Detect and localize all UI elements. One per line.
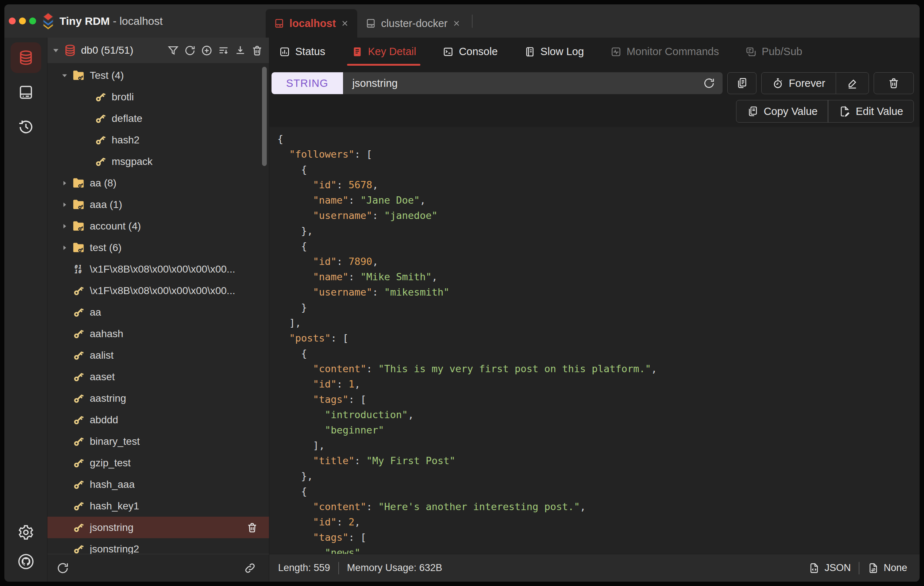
filter-icon[interactable] bbox=[167, 45, 179, 56]
caret-spacer bbox=[61, 330, 71, 338]
caret-right-icon[interactable] bbox=[61, 243, 71, 252]
tree-item-label: hash_aaa bbox=[90, 479, 135, 490]
delete-key-row-icon[interactable] bbox=[246, 522, 258, 533]
tree-key-item[interactable]: jsonstring bbox=[48, 517, 269, 538]
tree-key-item[interactable]: deflate bbox=[48, 107, 269, 129]
tree-key-item[interactable]: hash_key1 bbox=[48, 495, 269, 517]
close-tab-icon[interactable] bbox=[340, 19, 349, 28]
folder-key-icon bbox=[71, 219, 86, 233]
github-button[interactable] bbox=[15, 551, 36, 572]
app-window: Tiny RDM - localhost localhostcluster-do… bbox=[4, 4, 920, 582]
tree-folder-item[interactable]: Test (4) bbox=[48, 64, 269, 86]
tree-key-item[interactable]: 0110\x1F\x8B\x08\x00\x00\x00\x00... bbox=[48, 258, 269, 280]
edit-value-button[interactable]: Edit Value bbox=[828, 100, 913, 122]
caret-right-icon[interactable] bbox=[61, 200, 71, 209]
refresh-tree-icon[interactable] bbox=[56, 561, 69, 575]
caret-spacer bbox=[61, 545, 71, 553]
database-icon bbox=[63, 44, 77, 57]
tab-console[interactable]: Console bbox=[441, 38, 499, 66]
tree-folder-item[interactable]: aa (8) bbox=[48, 172, 269, 194]
reload-key-icon[interactable] bbox=[703, 77, 715, 89]
tree-key-item[interactable]: gzip_test bbox=[48, 452, 269, 474]
caret-right-icon[interactable] bbox=[61, 179, 71, 188]
json-line: "beginner" bbox=[277, 423, 920, 438]
load-all-icon[interactable] bbox=[234, 45, 246, 56]
key-name-field[interactable]: STRING jsonstring bbox=[272, 72, 723, 94]
caret-right-icon[interactable] bbox=[61, 222, 71, 231]
load-more-icon[interactable] bbox=[218, 45, 229, 56]
tree-key-item[interactable]: hash_aaa bbox=[48, 474, 269, 495]
flush-db-trash-icon[interactable] bbox=[251, 45, 263, 56]
rail-history-button[interactable] bbox=[11, 112, 41, 142]
settings-button[interactable] bbox=[15, 522, 36, 543]
caret-spacer bbox=[61, 308, 71, 317]
delete-key-button[interactable] bbox=[874, 72, 914, 94]
minimize-window-button[interactable] bbox=[19, 18, 26, 25]
add-key-icon[interactable] bbox=[201, 45, 213, 56]
tree-folder-item[interactable]: account (4) bbox=[48, 215, 269, 237]
tab-status[interactable]: Status bbox=[277, 38, 327, 66]
connection-tab-cluster-docker[interactable]: cluster-docker bbox=[357, 9, 469, 38]
json-line: "username": "mikesmith" bbox=[277, 285, 920, 300]
json-line: "introduction", bbox=[277, 407, 920, 423]
json-line: { bbox=[277, 346, 920, 361]
value-viewer[interactable]: { "followers": [ { "id": 5678, "name": "… bbox=[269, 127, 920, 554]
caret-down-icon[interactable] bbox=[61, 71, 71, 80]
json-line: }, bbox=[277, 223, 920, 239]
json-line: ], bbox=[277, 438, 920, 453]
close-tab-icon[interactable] bbox=[452, 19, 461, 28]
rail-server-button[interactable] bbox=[11, 77, 41, 107]
decode-selector[interactable]: None bbox=[868, 562, 907, 574]
tree-key-item[interactable]: abddd bbox=[48, 409, 269, 431]
tree-key-item[interactable]: aastring bbox=[48, 388, 269, 409]
tab-key-detail[interactable]: Key Detail bbox=[350, 38, 417, 66]
key-type-badge: STRING bbox=[272, 72, 343, 94]
tree-key-item[interactable]: hash2 bbox=[48, 129, 269, 151]
key-tree[interactable]: Test (4)brotlideflatehash2msgpackaa (8)a… bbox=[48, 63, 269, 554]
reload-keys-icon[interactable] bbox=[184, 45, 196, 56]
ttl-button[interactable]: Forever bbox=[762, 73, 836, 94]
json-line: "tags": [ bbox=[277, 530, 920, 545]
server-icon bbox=[18, 84, 34, 101]
json-line: "posts": [ bbox=[277, 330, 920, 346]
database-header-row[interactable]: db0 (51/51) bbox=[48, 38, 269, 63]
tree-key-item[interactable]: aalist bbox=[48, 345, 269, 366]
section-tabs: StatusKey DetailConsoleSlow LogMonitor C… bbox=[269, 38, 920, 66]
close-window-button[interactable] bbox=[9, 18, 16, 25]
rail-database-button[interactable] bbox=[11, 42, 41, 73]
rename-key-button[interactable] bbox=[836, 73, 868, 94]
tree-key-item[interactable]: brotli bbox=[48, 86, 269, 107]
view-format-selector[interactable]: JSON bbox=[808, 562, 851, 574]
tree-key-item[interactable]: aaset bbox=[48, 366, 269, 388]
json-line: "tags": [ bbox=[277, 392, 920, 407]
caret-spacer bbox=[61, 394, 71, 403]
json-line: { bbox=[277, 484, 920, 499]
connection-tab-localhost[interactable]: localhost bbox=[266, 9, 357, 38]
tree-key-item[interactable]: jsonstring2 bbox=[48, 538, 269, 554]
tab-pub-sub[interactable]: Pub/Sub bbox=[744, 38, 804, 66]
titlebar: Tiny RDM - localhost localhostcluster-do… bbox=[4, 4, 920, 38]
key-icon bbox=[71, 413, 86, 427]
copy-icon bbox=[736, 77, 748, 89]
copy-key-button[interactable] bbox=[727, 72, 756, 94]
connection-link-icon[interactable] bbox=[243, 561, 257, 575]
tree-key-item[interactable]: \x1F\x8B\x08\x00\x00\x00\x00... bbox=[48, 280, 269, 301]
json-line: "id": 5678, bbox=[277, 177, 920, 193]
db-expand-caret-icon[interactable] bbox=[51, 46, 61, 55]
binary-icon: 0110 bbox=[71, 262, 86, 276]
tab-slow-log[interactable]: Slow Log bbox=[523, 38, 585, 66]
tree-folder-item[interactable]: aaa (1) bbox=[48, 194, 269, 215]
history-icon bbox=[18, 119, 34, 135]
tree-key-item[interactable]: aahash bbox=[48, 323, 269, 345]
tree-key-item[interactable]: msgpack bbox=[48, 151, 269, 172]
tree-key-item[interactable]: aa bbox=[48, 301, 269, 323]
zoom-window-button[interactable] bbox=[29, 18, 36, 25]
copy-value-button[interactable]: Copy Value bbox=[736, 100, 828, 122]
key-icon bbox=[93, 133, 107, 147]
tab-monitor-commands[interactable]: Monitor Commands bbox=[609, 38, 720, 66]
json-line: }, bbox=[277, 469, 920, 484]
tree-key-item[interactable]: binary_test bbox=[48, 431, 269, 452]
tree-folder-item[interactable]: test (6) bbox=[48, 237, 269, 258]
tree-scrollbar[interactable] bbox=[262, 67, 267, 166]
console-icon bbox=[442, 46, 454, 58]
